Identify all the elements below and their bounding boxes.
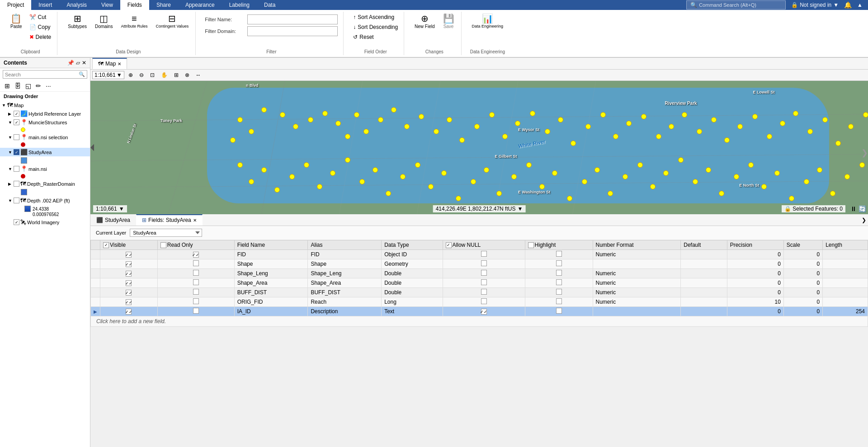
structure-dot[interactable] (558, 117, 563, 122)
sidebar-item-world[interactable]: ✓ 🛰 World Imagery (0, 218, 90, 226)
highlight-cell[interactable] (525, 307, 593, 316)
main-nsi-sel-checkbox[interactable] (14, 134, 19, 140)
structure-dot[interactable] (613, 134, 618, 139)
structure-dot[interactable] (511, 174, 517, 179)
attribute-rules-button[interactable]: ≡ Attribute Rules (118, 13, 151, 30)
cut-button[interactable]: ✂️ Cut (27, 13, 54, 22)
structure-dot[interactable] (237, 117, 243, 122)
visible-cell[interactable]: ✓ (100, 288, 158, 297)
table-row[interactable]: ✓✓FIDFIDObject IDNumeric00 (91, 250, 868, 259)
structure-dot[interactable] (669, 124, 674, 129)
structure-dot[interactable] (637, 162, 643, 168)
highlight-cell[interactable] (525, 278, 593, 288)
structure-dot[interactable] (748, 162, 754, 168)
allownull-cell[interactable] (443, 278, 525, 288)
structure-dot[interactable] (706, 167, 711, 173)
col-allownull[interactable]: Allow NULL (443, 240, 525, 250)
expand-icon[interactable]: ▲ (857, 2, 863, 8)
alias-cell[interactable]: Reach (308, 297, 382, 307)
layer-tool-more[interactable]: ··· (44, 81, 53, 90)
structure-dot[interactable] (793, 111, 798, 116)
structure-dot[interactable] (322, 111, 328, 116)
readonly-cell[interactable] (157, 278, 234, 288)
studyarea-tab[interactable]: ⬛ StudyArea (90, 215, 136, 226)
structure-dot[interactable] (471, 179, 476, 184)
structure-dot[interactable] (274, 187, 280, 193)
structure-dot[interactable] (767, 134, 772, 139)
hybrid-checkbox[interactable]: ✓ (14, 111, 19, 117)
col-scale[interactable]: Scale (783, 240, 822, 250)
allownull-cell[interactable] (443, 269, 525, 278)
tab-project[interactable]: Project (0, 0, 31, 10)
readonly-cell[interactable] (157, 269, 234, 278)
fields-panel-scroll-right[interactable]: ❯ (860, 215, 868, 225)
col-datatype[interactable]: Data Type (382, 240, 443, 250)
default-cell[interactable] (681, 288, 727, 297)
structure-dot[interactable] (489, 112, 495, 118)
sidebar-item-hybrid[interactable]: ▶ ✓ 🗾 Hybrid Reference Layer (0, 109, 90, 118)
visible-cell[interactable]: ✓ (100, 307, 158, 316)
structure-dot[interactable] (582, 179, 587, 184)
layer-tool-4[interactable]: ✏ (34, 81, 43, 90)
structure-dot[interactable] (835, 141, 841, 146)
structure-dot[interactable] (391, 107, 396, 113)
muncie-checkbox[interactable]: ✓ (14, 119, 19, 125)
structure-dot[interactable] (304, 162, 309, 168)
table-row[interactable]: ▶✓IA_IDDescriptionText✓00254 (91, 307, 868, 316)
structure-dot[interactable] (585, 124, 591, 129)
structure-dot[interactable] (600, 112, 606, 118)
readonly-header-check[interactable] (160, 242, 166, 248)
allownull-header-check[interactable] (446, 242, 452, 248)
structure-dot[interactable] (830, 191, 835, 196)
structure-dot[interactable] (230, 137, 236, 143)
col-alias[interactable]: Alias (308, 240, 382, 250)
visible-cell[interactable]: ✓ (100, 259, 158, 269)
tab-analysis[interactable]: Analysis (59, 0, 94, 10)
default-cell[interactable] (681, 259, 727, 269)
structure-dot[interactable] (515, 121, 520, 126)
sidebar-search-input[interactable] (3, 71, 77, 78)
structure-dot[interactable] (484, 167, 489, 173)
default-cell[interactable] (681, 250, 727, 259)
alias-cell[interactable]: Shape_Area (308, 278, 382, 288)
tab-fields[interactable]: Fields (120, 0, 149, 10)
map-pause-btn[interactable]: ⏸ (850, 205, 857, 212)
map-refresh-btn[interactable]: 🔄 (859, 205, 866, 212)
allownull-cell[interactable] (443, 288, 525, 297)
structure-dot[interactable] (663, 170, 669, 176)
structure-dot[interactable] (656, 134, 661, 139)
alias-cell[interactable]: BUFF_DIST (308, 288, 382, 297)
allownull-cell[interactable] (443, 297, 525, 307)
layer-tool-3[interactable]: ◱ (24, 81, 33, 90)
structure-dot[interactable] (859, 162, 865, 168)
table-row[interactable]: ✓Shape_LengShape_LengDoubleNumeric00 (91, 269, 868, 278)
sort-ascending-button[interactable]: ↑ Sort Ascending (351, 13, 400, 22)
structure-dot[interactable] (447, 117, 452, 122)
structure-dot[interactable] (719, 191, 724, 196)
alias-cell[interactable]: FID (308, 250, 382, 259)
col-length[interactable]: Length (823, 240, 868, 250)
highlight-cell[interactable] (525, 297, 593, 307)
delete-button[interactable]: ✖ Delete (27, 33, 54, 42)
structure-dot[interactable] (697, 129, 702, 134)
structure-dot[interactable] (552, 170, 557, 176)
structure-dot[interactable] (249, 179, 254, 184)
structure-dot[interactable] (734, 174, 739, 179)
structure-dot[interactable] (280, 112, 285, 118)
structure-dot[interactable] (415, 162, 420, 168)
structure-dot[interactable] (474, 124, 480, 129)
sidebar-item-main-nsi[interactable]: ▼ 📍 main.nsi (0, 165, 90, 173)
structure-dot[interactable] (308, 117, 313, 122)
structure-dot[interactable] (848, 124, 854, 129)
add-field-row[interactable]: Click here to add a new field. (91, 316, 868, 327)
visible-cell[interactable]: ✓ (100, 278, 158, 288)
structure-dot[interactable] (571, 141, 576, 146)
sidebar-item-depth-raster[interactable]: ▶ 🗺 Depth_RasterDomain (0, 179, 90, 188)
structure-dot[interactable] (804, 179, 809, 184)
filter-domain-input[interactable] (247, 26, 338, 36)
readonly-cell[interactable] (157, 307, 234, 316)
alias-cell[interactable]: Shape_Leng (308, 269, 382, 278)
allownull-cell[interactable]: ✓ (443, 307, 525, 316)
structure-dot[interactable] (293, 124, 298, 129)
highlight-cell[interactable] (525, 288, 593, 297)
